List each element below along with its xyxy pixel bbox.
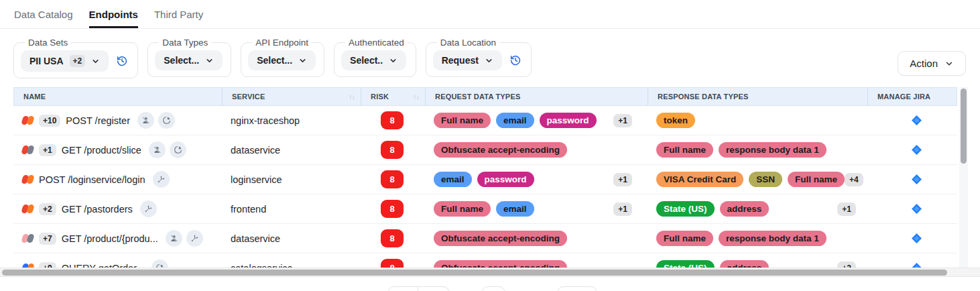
data-type-chip: password xyxy=(477,172,534,187)
data-types-select[interactable]: Select... xyxy=(155,50,223,70)
pagination-button[interactable] xyxy=(481,286,505,291)
data-type-chip: Full name xyxy=(656,231,713,246)
column-header-manage-jira: MANAGE JIRA xyxy=(867,88,957,105)
response-data-types-cell: State (US)address +2 xyxy=(647,253,867,268)
filter-authenticated: Authenticated Select.. xyxy=(334,38,416,77)
data-type-chip: response body data 1 xyxy=(719,142,826,158)
history-icon[interactable] xyxy=(116,55,128,67)
request-chip-list: Obfuscate accept-encoding xyxy=(434,142,567,158)
endpoint-name[interactable]: GET /pastorders xyxy=(62,204,133,215)
service-name: dataservice xyxy=(231,233,280,244)
data-type-chip: Full name xyxy=(434,113,491,128)
jira-icon[interactable] xyxy=(911,174,922,185)
more-response-types-badge[interactable]: +1 xyxy=(837,202,856,216)
data-type-chip: State (US) xyxy=(656,260,715,268)
action-button[interactable]: Action xyxy=(898,51,966,76)
related-count-badge[interactable]: +10 xyxy=(39,115,60,127)
tab-data-catalog[interactable]: Data Catalog xyxy=(14,9,73,28)
data-type-chip: Obfuscate accept-encoding xyxy=(434,142,567,158)
sensitivity-marks-icon xyxy=(22,146,34,154)
risk-cell: 8 xyxy=(360,224,424,253)
endpoint-name[interactable]: POST /register xyxy=(66,115,130,126)
sort-icon[interactable]: ↑↓ xyxy=(349,93,355,101)
endpoint-flags xyxy=(140,200,157,217)
more-response-types-badge[interactable]: +2 xyxy=(837,261,856,268)
data-type-chip: address xyxy=(720,260,770,268)
jira-cell xyxy=(867,224,957,253)
more-response-types-badge[interactable]: +4 xyxy=(845,173,863,186)
action-button-label: Action xyxy=(910,58,938,69)
filter-label: Data Sets xyxy=(25,38,71,48)
service-name: loginservice xyxy=(231,174,282,185)
service-cell: frontend xyxy=(221,194,360,223)
sensitivity-marks-icon xyxy=(22,175,34,184)
jira-cell xyxy=(867,135,957,164)
data-location-select[interactable]: Request xyxy=(433,50,502,70)
jira-icon[interactable] xyxy=(911,262,922,268)
filter-label: Data Location xyxy=(437,38,499,48)
service-cell: dataservice xyxy=(221,135,360,164)
jira-icon[interactable] xyxy=(911,144,922,156)
jira-cell xyxy=(867,194,957,223)
request-chip-list: Obfuscate accept-encoding xyxy=(434,260,567,268)
response-chip-list: Full nameresponse body data 1 xyxy=(656,231,826,246)
table-row: +7 GET /product/{produ... dataservice 8 … xyxy=(13,224,957,253)
data-sets-more-badge: +2 xyxy=(70,55,86,67)
vertical-scrollbar-thumb[interactable] xyxy=(961,89,967,164)
risk-score-badge: 8 xyxy=(381,170,404,188)
more-request-types-badge[interactable]: +1 xyxy=(613,114,632,127)
horizontal-scrollbar-thumb[interactable] xyxy=(2,270,947,276)
authenticated-select[interactable]: Select.. xyxy=(341,50,406,70)
data-sets-select[interactable]: PII USA +2 xyxy=(21,50,109,72)
data-type-chip: token xyxy=(656,113,695,128)
risk-score-badge: 8 xyxy=(381,229,404,247)
data-type-chip: Full name xyxy=(434,201,491,217)
service-name: nginx-traceshop xyxy=(231,115,300,126)
service-cell: dataservice xyxy=(221,224,360,253)
filter-api-endpoint: API Endpoint Select... xyxy=(241,38,324,77)
jira-icon[interactable] xyxy=(911,233,922,244)
data-type-chip: password xyxy=(540,113,597,128)
pagination-button[interactable] xyxy=(418,286,450,291)
more-request-types-badge[interactable]: +1 xyxy=(613,173,632,186)
history-icon[interactable] xyxy=(509,54,522,66)
related-count-badge[interactable]: +1 xyxy=(39,144,56,156)
related-count-badge[interactable]: +9 xyxy=(39,262,56,268)
column-header-service: SERVICE↑↓ xyxy=(222,88,361,105)
response-data-types-cell: Full nameresponse body data 1 xyxy=(647,135,867,164)
data-types-value: Select... xyxy=(164,55,199,66)
jira-cell xyxy=(867,165,957,194)
risk-cell: 8 xyxy=(360,165,424,194)
risk-score-badge: 8 xyxy=(381,200,404,218)
service-cell: loginservice xyxy=(221,165,360,194)
request-data-types-cell: Obfuscate accept-encoding xyxy=(424,253,647,268)
pagination-button[interactable] xyxy=(387,286,418,291)
response-chip-list: token xyxy=(656,113,695,128)
endpoint-name[interactable]: GET /product/slice xyxy=(62,145,141,156)
data-type-chip: email xyxy=(434,172,472,187)
tab-third-party[interactable]: Third Party xyxy=(154,9,203,28)
sort-icon[interactable]: ↑↓ xyxy=(413,93,419,101)
data-type-chip: Obfuscate accept-encoding xyxy=(434,260,567,268)
related-count-badge[interactable]: +7 xyxy=(39,233,56,245)
jira-icon[interactable] xyxy=(911,203,922,215)
pagination-button[interactable] xyxy=(557,286,597,291)
api-endpoint-select[interactable]: Select... xyxy=(248,50,316,70)
tab-endpoints[interactable]: Endpoints xyxy=(89,9,138,28)
name-cell: +9 QUERY getOrder... xyxy=(13,253,221,268)
name-cell: +2 GET /pastorders xyxy=(13,194,221,223)
request-data-types-cell: Full nameemailpassword +1 xyxy=(424,106,647,135)
service-name: dataservice xyxy=(231,145,280,156)
endpoint-name[interactable]: POST /loginservice/login xyxy=(39,174,145,185)
more-request-types-badge[interactable]: +1 xyxy=(613,202,632,216)
sensitivity-marks-icon xyxy=(22,205,34,213)
related-count-badge[interactable]: +2 xyxy=(39,203,56,215)
jira-icon[interactable] xyxy=(911,115,922,126)
jira-cell xyxy=(867,253,957,268)
endpoint-flags xyxy=(153,171,170,188)
request-data-types-cell: emailpassword +1 xyxy=(424,165,647,194)
endpoint-flags xyxy=(151,259,168,268)
response-data-types-cell: Full nameresponse body data 1 xyxy=(647,224,867,253)
endpoint-name[interactable]: GET /product/{produ... xyxy=(62,233,158,244)
endpoint-name[interactable]: QUERY getOrder... xyxy=(62,263,145,268)
